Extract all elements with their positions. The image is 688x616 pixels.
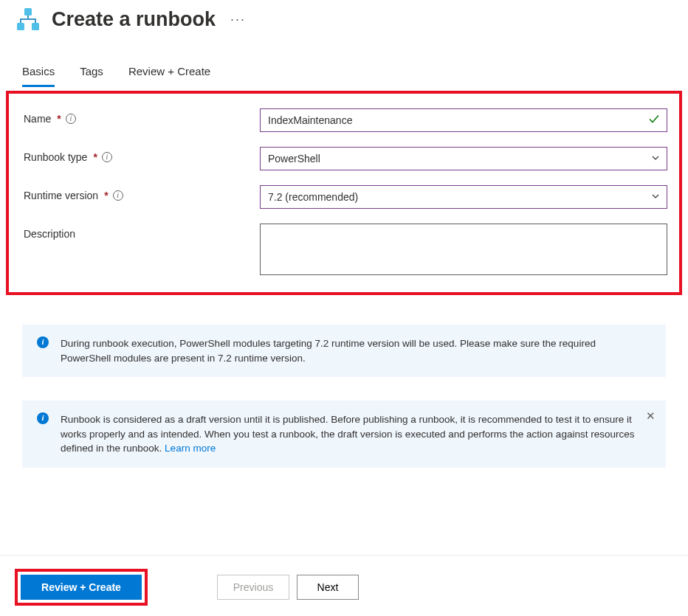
description-label-wrap: Description: [24, 224, 260, 240]
runbook-type-label-wrap: Runbook type * i: [24, 147, 260, 163]
draft-info-callout: i Runbook is considered as a draft versi…: [22, 401, 666, 468]
next-button[interactable]: Next: [297, 575, 359, 600]
runtime-version-select[interactable]: 7.2 (recommended): [260, 185, 667, 209]
runbook-type-select-wrap: PowerShell: [260, 147, 667, 170]
footer-bar: Review + Create Previous Next: [0, 555, 688, 616]
name-label: Name: [24, 113, 51, 125]
required-indicator: *: [104, 190, 108, 201]
page-title: Create a runbook: [52, 8, 216, 31]
review-create-highlight: Review + Create: [15, 569, 148, 606]
close-icon[interactable]: ✕: [646, 408, 656, 424]
required-indicator: *: [93, 151, 97, 163]
runtime-version-select-wrap: 7.2 (recommended): [260, 185, 667, 209]
form-row-description: Description: [24, 224, 667, 277]
name-label-wrap: Name * i: [24, 108, 260, 125]
svg-rect-1: [17, 23, 24, 30]
runtime-info-text: During runbook execution, PowerShell mod…: [61, 338, 596, 364]
name-input[interactable]: [260, 108, 667, 132]
page-header: Create a runbook ···: [0, 0, 688, 40]
form-row-name: Name * i: [24, 108, 667, 132]
tabs-bar: Basics Tags Review + Create: [0, 40, 688, 88]
description-label: Description: [24, 228, 75, 240]
name-input-wrap: [260, 108, 667, 132]
valid-check-icon: [648, 114, 660, 128]
tab-review-create[interactable]: Review + Create: [128, 62, 210, 87]
info-icon[interactable]: i: [66, 114, 76, 124]
form-row-runbook-type: Runbook type * i PowerShell: [24, 147, 667, 170]
learn-more-link[interactable]: Learn more: [165, 443, 216, 454]
tab-basics[interactable]: Basics: [22, 62, 55, 87]
info-icon: i: [37, 336, 49, 348]
more-actions-button[interactable]: ···: [226, 12, 250, 27]
description-textarea-wrap: [260, 224, 667, 277]
runbook-hierarchy-icon: [15, 6, 41, 32]
form-row-runtime-version: Runtime version * i 7.2 (recommended): [24, 185, 667, 209]
review-create-button[interactable]: Review + Create: [21, 575, 142, 600]
svg-rect-2: [32, 23, 39, 30]
runbook-type-value: PowerShell: [268, 153, 320, 165]
runtime-info-callout: i During runbook execution, PowerShell m…: [22, 325, 666, 377]
info-icon[interactable]: i: [102, 152, 112, 162]
previous-button: Previous: [217, 575, 289, 600]
info-icon[interactable]: i: [113, 190, 123, 201]
description-textarea[interactable]: [260, 224, 667, 275]
runtime-version-label: Runtime version: [24, 190, 98, 201]
svg-rect-0: [24, 8, 32, 15]
tab-tags[interactable]: Tags: [80, 62, 103, 87]
required-indicator: *: [57, 113, 61, 125]
basics-form-panel: Name * i Runbook type * i PowerShell: [6, 91, 682, 295]
runbook-type-label: Runbook type: [24, 151, 87, 163]
info-icon: i: [37, 412, 49, 424]
runtime-version-label-wrap: Runtime version * i: [24, 185, 260, 201]
draft-info-text: Runbook is considered as a draft version…: [61, 414, 634, 454]
runtime-version-value: 7.2 (recommended): [268, 191, 358, 203]
runbook-type-select[interactable]: PowerShell: [260, 147, 667, 170]
